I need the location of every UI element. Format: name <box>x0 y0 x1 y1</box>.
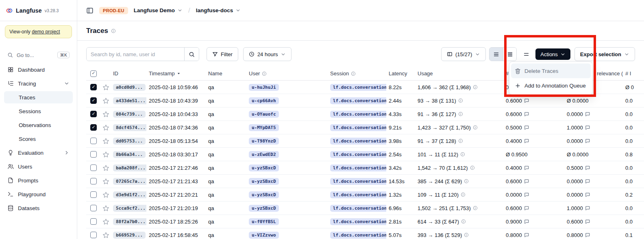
star-icon[interactable] <box>102 164 109 171</box>
comment-icon[interactable] <box>524 125 529 130</box>
row-checkbox[interactable] <box>90 97 97 104</box>
star-icon[interactable] <box>102 205 109 212</box>
header-session[interactable]: Session <box>328 70 386 77</box>
session-badge[interactable]: lf.docs.conversation... <box>330 138 386 145</box>
row-checkbox[interactable] <box>90 164 97 171</box>
sidebar-item-observations[interactable]: Observations <box>4 119 73 131</box>
trace-id-badge[interactable]: ba8a208f... <box>113 164 146 171</box>
user-badge[interactable]: u-yzSBxcD <box>249 205 279 212</box>
user-badge[interactable]: u-yzSBxcD <box>249 164 279 171</box>
star-icon[interactable] <box>102 151 109 158</box>
star-icon[interactable] <box>102 111 109 118</box>
trace-id-badge[interactable]: 88f2a7b0... <box>113 218 146 225</box>
trace-id-badge[interactable]: b669529... <box>113 232 146 239</box>
trace-id-badge[interactable]: 8b66a34... <box>113 151 146 158</box>
select-all-checkbox[interactable] <box>90 70 97 77</box>
comment-icon[interactable] <box>524 112 529 117</box>
user-badge[interactable]: u-huJhuJi <box>249 84 279 91</box>
trace-id-badge[interactable]: dd05753... <box>113 138 146 145</box>
session-badge[interactable]: lf.docs.conversation... <box>330 218 386 225</box>
trace-id-badge[interactable]: 5cca9cf2... <box>113 205 146 212</box>
search-input[interactable] <box>87 48 184 61</box>
trace-id-badge[interactable]: 084c739... <box>113 111 146 118</box>
row-checkbox[interactable] <box>90 124 97 131</box>
comment-icon[interactable] <box>524 192 529 197</box>
demo-project-link[interactable]: demo project <box>32 29 60 35</box>
row-checkbox[interactable] <box>90 191 97 198</box>
session-badge[interactable]: lf.docs.conversation... <box>330 84 386 91</box>
filter-button[interactable]: Filter <box>207 47 238 61</box>
comment-icon[interactable] <box>585 192 590 197</box>
sidebar-item-dashboard[interactable]: Dashboard <box>4 64 73 76</box>
menu-item-add-to-annotation-queue[interactable]: Add to Annotation Queue <box>511 78 591 93</box>
user-badge[interactable]: u-cp66Avh <box>249 97 279 104</box>
star-icon[interactable] <box>102 191 109 198</box>
session-badge[interactable]: lf.docs.conversation... <box>330 164 386 171</box>
comment-icon[interactable] <box>585 206 590 211</box>
comment-icon[interactable] <box>524 179 529 184</box>
comment-icon[interactable] <box>585 165 590 171</box>
session-badge[interactable]: lf.docs.conversation... <box>330 205 386 212</box>
sidebar-item-traces[interactable]: Traces <box>4 91 73 103</box>
row-height-double-button[interactable] <box>503 48 516 61</box>
row-checkbox[interactable] <box>90 218 97 225</box>
org-selector[interactable]: Langfuse Demo <box>134 7 183 13</box>
comment-icon[interactable] <box>524 219 529 224</box>
row-checkbox[interactable] <box>90 84 97 90</box>
trace-id-badge[interactable]: a433de51... <box>113 97 146 104</box>
user-badge[interactable]: u-zEwdED2 <box>249 151 279 158</box>
header-name[interactable]: Name <box>206 70 246 77</box>
comment-icon[interactable] <box>585 138 590 144</box>
sidebar-item-playground[interactable]: Playground <box>4 188 73 200</box>
time-range-button[interactable]: 24 hours <box>243 47 292 61</box>
session-badge[interactable]: lf.docs.conversation... <box>330 232 386 239</box>
user-badge[interactable]: u-VIZzvwo <box>249 232 279 239</box>
header-timestamp[interactable]: Timestamp <box>146 70 206 77</box>
header-count[interactable]: # I <box>623 70 644 77</box>
comment-icon[interactable] <box>585 219 590 224</box>
header-latency[interactable]: Latency <box>386 70 415 77</box>
star-icon[interactable] <box>102 124 109 131</box>
session-badge[interactable]: lf.docs.conversation... <box>330 124 386 131</box>
row-checkbox[interactable] <box>90 138 97 144</box>
project-selector[interactable]: langfuse-docs <box>196 7 241 13</box>
row-checkbox[interactable] <box>90 178 97 184</box>
sidebar-item-prompts[interactable]: Prompts <box>4 174 73 186</box>
session-badge[interactable]: lf.docs.conversation... <box>330 178 386 185</box>
user-badge[interactable]: u-OYauofc <box>249 111 279 118</box>
row-checkbox[interactable] <box>90 151 97 158</box>
star-icon[interactable] <box>102 84 109 91</box>
star-icon[interactable] <box>102 218 109 225</box>
comment-icon[interactable] <box>524 232 529 238</box>
sidebar-item-scores[interactable]: Scores <box>4 133 73 145</box>
session-badge[interactable]: lf.docs.conversation... <box>330 97 386 104</box>
user-badge[interactable]: u-yzSBxcD <box>249 178 279 185</box>
session-badge[interactable]: lf.docs.conversation... <box>330 151 386 158</box>
row-checkbox[interactable] <box>90 205 97 211</box>
menu-item-delete-traces[interactable]: Delete Traces <box>511 64 591 78</box>
user-badge[interactable]: u-T98YnzD <box>249 138 279 145</box>
sidebar-item-users[interactable]: Users <box>4 160 73 173</box>
comment-icon[interactable] <box>585 112 590 117</box>
sidebar-item-datasets[interactable]: Datasets <box>4 202 73 214</box>
comment-icon[interactable] <box>585 125 590 130</box>
star-icon[interactable] <box>102 97 109 104</box>
session-badge[interactable]: lf.docs.conversation... <box>330 111 386 118</box>
row-checkbox[interactable] <box>90 111 97 117</box>
columns-button[interactable]: (15/27) <box>441 47 486 61</box>
actions-button[interactable]: Actions <box>535 48 570 60</box>
trace-id-badge[interactable]: d3e9d1f2... <box>113 191 146 198</box>
user-badge[interactable]: u-yzSBxcD <box>249 191 279 198</box>
header-id[interactable]: ID <box>111 70 146 77</box>
comment-icon[interactable] <box>524 165 529 171</box>
sidebar-item-tracing[interactable]: Tracing <box>4 77 73 90</box>
user-badge[interactable]: u-f0YfBSL <box>249 218 279 225</box>
trace-id-badge[interactable]: a0cd0d9... <box>113 84 146 91</box>
comment-icon[interactable] <box>524 98 529 103</box>
star-icon[interactable] <box>102 178 109 185</box>
comment-icon[interactable] <box>524 138 529 144</box>
star-icon[interactable] <box>102 232 109 239</box>
header-user[interactable]: User <box>246 70 328 77</box>
session-badge[interactable]: lf.docs.conversation... <box>330 191 386 198</box>
user-badge[interactable]: u-MYpDAT5 <box>249 124 279 131</box>
